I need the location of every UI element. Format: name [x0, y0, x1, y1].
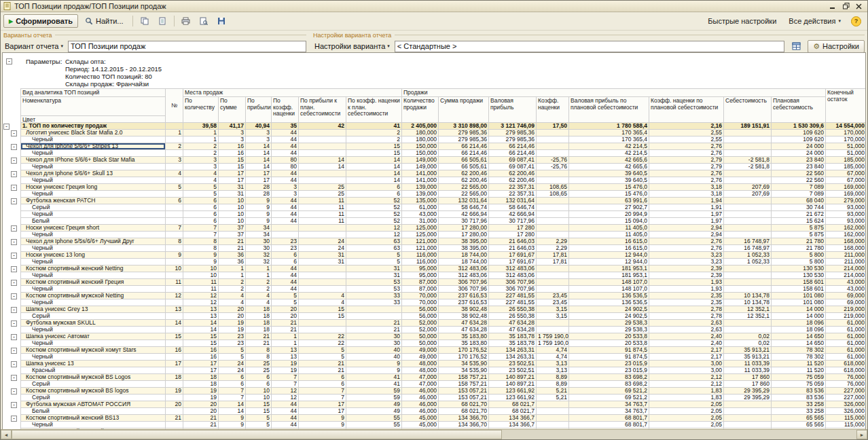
value-cell[interactable]: 2,29: [537, 245, 569, 252]
value-cell[interactable]: 3,13: [537, 367, 569, 374]
value-cell[interactable]: 101 080: [772, 293, 826, 299]
value-cell[interactable]: 44: [272, 177, 299, 184]
value-cell[interactable]: 7: [183, 232, 219, 238]
value-cell[interactable]: [537, 422, 569, 428]
value-cell[interactable]: 53: [346, 279, 402, 286]
value-cell[interactable]: 132 031,64: [489, 198, 537, 204]
value-cell[interactable]: 5 875: [772, 225, 826, 232]
table-row[interactable]: -Костюм спортивный мужской BS logos19197…: [3, 388, 866, 395]
collapse-toggle[interactable]: -: [11, 171, 17, 177]
value-cell[interactable]: [724, 265, 772, 272]
table-row[interactable]: -Шапка унисекс 13171724251921948,00034 5…: [3, 361, 866, 367]
value-cell[interactable]: 31,000: [402, 218, 439, 225]
value-cell[interactable]: 10: [219, 218, 246, 225]
value-cell[interactable]: 28: [246, 191, 272, 198]
value-cell[interactable]: 13: [183, 306, 219, 313]
num-cell[interactable]: [166, 272, 183, 279]
value-cell[interactable]: 41,17: [219, 123, 246, 130]
value-cell[interactable]: 130 530: [772, 265, 826, 272]
column-header[interactable]: По сумме: [219, 97, 246, 123]
value-cell[interactable]: 1: [183, 136, 219, 143]
value-cell[interactable]: 93,000: [826, 218, 866, 225]
value-cell[interactable]: 153 057,21: [439, 395, 489, 401]
scrollbar-thumb[interactable]: [12, 430, 502, 439]
value-cell[interactable]: 8,89: [537, 374, 569, 381]
table-row[interactable]: Черный417174414141,00062 200,4662 200,46…: [3, 177, 866, 184]
value-cell[interactable]: 14: [246, 157, 272, 164]
value-cell[interactable]: 279 985,36: [439, 130, 489, 136]
name-cell[interactable]: Черный: [20, 245, 166, 252]
value-cell[interactable]: 44: [272, 204, 299, 211]
settings-dropdown-button[interactable]: Настройки варианта ▾: [313, 42, 391, 50]
name-cell[interactable]: Черный: [20, 177, 166, 184]
value-cell[interactable]: 68 021,70: [439, 408, 489, 415]
value-cell[interactable]: 121,000: [402, 238, 439, 245]
value-cell[interactable]: 62 200,46: [489, 177, 537, 184]
value-cell[interactable]: 34 763,7: [569, 408, 649, 415]
name-cell[interactable]: Чехол для Iphone 5/6/6+ Skull 13: [20, 170, 166, 177]
num-cell[interactable]: [166, 408, 183, 415]
name-cell[interactable]: Черный: [20, 211, 166, 218]
value-cell[interactable]: 11 405,0: [569, 225, 649, 232]
value-cell[interactable]: 34 535,90: [439, 361, 489, 367]
value-cell[interactable]: 23: [272, 245, 299, 252]
value-cell[interactable]: [724, 232, 772, 238]
value-cell[interactable]: 11: [299, 198, 346, 204]
value-cell[interactable]: 61,000: [826, 354, 866, 361]
value-cell[interactable]: 16 615,0: [569, 238, 649, 245]
column-header[interactable]: Количество продажи: [402, 97, 439, 123]
value-cell[interactable]: 20: [272, 306, 299, 313]
value-cell[interactable]: 4: [183, 170, 219, 177]
value-cell[interactable]: 2,76: [649, 143, 724, 150]
value-cell[interactable]: 5: [246, 415, 272, 422]
table-row[interactable]: Белый610944115231,00030 717,9630 717,961…: [3, 218, 866, 225]
value-cell[interactable]: 9: [219, 415, 246, 422]
value-cell[interactable]: 44: [272, 150, 299, 157]
value-cell[interactable]: 25: [299, 184, 346, 191]
value-cell[interactable]: 12: [272, 395, 299, 401]
name-cell[interactable]: Серый: [20, 313, 166, 320]
num-cell[interactable]: [166, 177, 183, 184]
value-cell[interactable]: 6: [246, 374, 272, 381]
value-cell[interactable]: 170 365,4: [569, 130, 649, 136]
value-cell[interactable]: 123 661,92: [489, 395, 537, 401]
value-cell[interactable]: 8: [183, 238, 219, 245]
value-cell[interactable]: 6: [219, 374, 246, 381]
value-cell[interactable]: 15: [299, 313, 346, 320]
table-row[interactable]: Черный133442180,000279 985,36279 985,361…: [3, 136, 866, 143]
table-row[interactable]: -Футболка мужская АВТОМАТ РОССИЯ20201415…: [3, 401, 866, 408]
save-button[interactable]: [213, 14, 230, 29]
column-header[interactable]: №: [166, 89, 183, 123]
name-cell[interactable]: Черный: [20, 272, 166, 279]
value-cell[interactable]: 2,63: [649, 320, 724, 327]
value-cell[interactable]: 49,000: [402, 354, 439, 361]
value-cell[interactable]: 21 780: [772, 238, 826, 245]
value-cell[interactable]: 52: [346, 198, 402, 204]
value-cell[interactable]: 2: [346, 136, 402, 143]
value-cell[interactable]: 35 913,21: [724, 354, 772, 361]
close-button[interactable]: [853, 2, 865, 11]
value-cell[interactable]: [537, 177, 569, 184]
value-cell[interactable]: 227 481,55: [489, 299, 537, 306]
value-cell[interactable]: 15: [183, 340, 219, 347]
value-cell[interactable]: [537, 143, 569, 150]
value-cell[interactable]: [724, 327, 772, 333]
value-cell[interactable]: 30 717,96: [489, 218, 537, 225]
value-cell[interactable]: 66 214,46: [439, 150, 489, 157]
value-cell[interactable]: 31: [346, 272, 402, 279]
value-cell[interactable]: 9: [183, 252, 219, 259]
name-cell[interactable]: Серый: [20, 395, 166, 401]
table-row[interactable]: -Футболка женская PATCH66109441152135,00…: [3, 198, 866, 204]
value-cell[interactable]: [724, 198, 772, 204]
value-cell[interactable]: 17: [183, 367, 219, 374]
value-cell[interactable]: 11: [183, 279, 219, 286]
value-cell[interactable]: 43,000: [826, 286, 866, 293]
value-cell[interactable]: 148 107,0: [569, 279, 649, 286]
value-cell[interactable]: 23 840: [772, 157, 826, 164]
name-cell[interactable]: Черный: [20, 164, 166, 170]
table-row[interactable]: Черный610944115243,00042 666,9442 666,94…: [3, 211, 866, 218]
value-cell[interactable]: [537, 401, 569, 408]
value-cell[interactable]: 169,000: [826, 191, 866, 198]
value-cell[interactable]: 1,91: [649, 204, 724, 211]
value-cell[interactable]: 91 874,5: [569, 354, 649, 361]
